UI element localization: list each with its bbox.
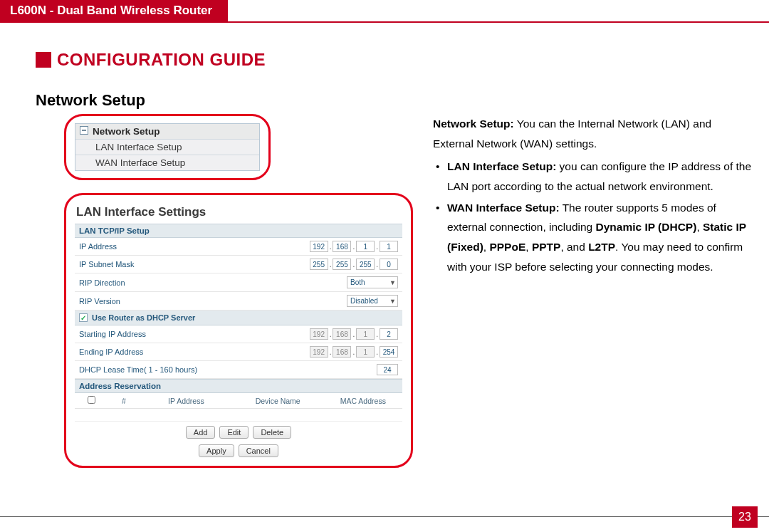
ip-octet: 192 (310, 346, 328, 358)
col-number: # (108, 393, 140, 409)
ip-octet[interactable]: 255 (310, 259, 328, 270)
ip-octet[interactable]: 1 (356, 241, 375, 252)
ip-octet: 1 (356, 346, 375, 358)
document-title: L600N - Dual Band Wireless Router (0, 0, 228, 21)
add-button[interactable]: Add (186, 426, 216, 439)
collapse-icon (80, 126, 93, 137)
delete-button[interactable]: Delete (253, 426, 291, 439)
col-mac: MAC Address (324, 393, 402, 409)
section-address-reservation: Address Reservation (75, 379, 402, 393)
chevron-down-icon: ▼ (389, 298, 396, 305)
label-ip-address: IP Address (79, 242, 310, 251)
label-subnet-mask: IP Subnet Mask (79, 260, 310, 268)
ending-ip-input[interactable]: 192. 168. 1. 254 (310, 346, 398, 358)
reservation-table: # IP Address Device Name MAC Address (75, 393, 402, 422)
ip-octet[interactable]: 192 (310, 241, 328, 252)
edit-button[interactable]: Edit (219, 426, 249, 439)
cancel-button[interactable]: Cancel (239, 444, 278, 457)
lease-time-input[interactable]: 24 (377, 364, 398, 375)
bullet-lan: LAN Interface Setup: you can configure t… (436, 157, 753, 197)
nav-box: Network Setup LAN Interface Setup WAN In… (75, 123, 260, 171)
section-lan-tcpip: LAN TCP/IP Setup (75, 224, 402, 238)
select-all-checkbox[interactable] (88, 396, 95, 404)
ip-octet: 192 (310, 328, 328, 340)
ip-octet[interactable]: 255 (356, 259, 375, 270)
ip-octet[interactable]: 0 (380, 259, 398, 270)
nav-item-lan-interface[interactable]: LAN Interface Setup (75, 140, 259, 155)
row-rip-direction: RIP Direction Both▼ (75, 273, 402, 292)
panel-title: LAN Interface Settings (76, 205, 402, 219)
table-row (75, 409, 402, 422)
chapter-title: CONFIGURATION GUIDE (57, 50, 266, 70)
row-lease-time: DHCP Lease Time( 1 - 160 hours) 24 (75, 361, 402, 379)
label-dhcp-server: Use Router as DHCP Server (92, 313, 195, 322)
ip-octet[interactable]: 1 (380, 241, 398, 252)
row-dhcp-toggle[interactable]: ✓ Use Router as DHCP Server (75, 311, 402, 325)
select-rip-direction[interactable]: Both▼ (347, 276, 398, 288)
row-ip-address: IP Address 192. 168. 1. 1 (75, 238, 402, 256)
row-ending-ip: Ending IP Address 192. 168. 1. 254 (75, 343, 402, 361)
ip-octet[interactable]: 254 (380, 346, 398, 358)
ip-octet: 1 (356, 328, 375, 340)
row-subnet-mask: IP Subnet Mask 255. 255. 255. 0 (75, 256, 402, 273)
description-text: Network Setup: You can the Internal Netw… (433, 114, 753, 278)
subnet-mask-input[interactable]: 255. 255. 255. 0 (310, 259, 398, 270)
ip-octet[interactable]: 255 (333, 259, 351, 270)
row-starting-ip: Starting IP Address 192. 168. 1. 2 (75, 325, 402, 343)
ip-octet: 168 (333, 346, 351, 358)
ip-octet[interactable]: 2 (380, 328, 398, 340)
checkbox-icon[interactable]: ✓ (79, 313, 88, 322)
apply-button[interactable]: Apply (199, 444, 234, 457)
form-button-row: Apply Cancel (75, 440, 402, 459)
label-lease-time: DHCP Lease Time( 1 - 160 hours) (79, 365, 377, 374)
chapter-heading: CONFIGURATION GUIDE (36, 50, 769, 70)
nav-screenshot-callout: Network Setup LAN Interface Setup WAN In… (64, 114, 271, 180)
label-rip-version: RIP Version (79, 297, 347, 306)
nav-label: Network Setup (93, 126, 160, 137)
table-button-row: Add Edit Delete (75, 422, 402, 440)
nav-item-wan-interface[interactable]: WAN Interface Setup (75, 155, 259, 170)
page-number: 23 (732, 506, 758, 528)
label-rip-direction: RIP Direction (79, 278, 347, 287)
label-ending-ip: Ending IP Address (79, 348, 310, 356)
desc-intro-bold: Network Setup: (433, 118, 514, 130)
chapter-square-icon (36, 52, 51, 68)
header-bar: L600N - Dual Band Wireless Router (0, 0, 769, 23)
label-starting-ip: Starting IP Address (79, 330, 310, 338)
row-rip-version: RIP Version Disabled▼ (75, 292, 402, 311)
ip-address-input[interactable]: 192. 168. 1. 1 (310, 241, 398, 252)
ip-octet[interactable]: 168 (333, 241, 351, 252)
section-title: Network Setup (36, 91, 769, 110)
settings-screenshot-callout: LAN Interface Settings LAN TCP/IP Setup … (64, 193, 413, 468)
starting-ip-input[interactable]: 192. 168. 1. 2 (310, 328, 398, 340)
col-ip: IP Address (140, 393, 232, 409)
chevron-down-icon: ▼ (389, 279, 396, 286)
ip-octet: 168 (333, 328, 351, 340)
select-rip-version[interactable]: Disabled▼ (347, 295, 398, 307)
nav-item-network-setup[interactable]: Network Setup (75, 124, 259, 140)
footer-rule (0, 516, 769, 518)
col-device: Device Name (232, 393, 324, 409)
bullet-wan: WAN Interface Setup: The router supports… (436, 198, 753, 278)
